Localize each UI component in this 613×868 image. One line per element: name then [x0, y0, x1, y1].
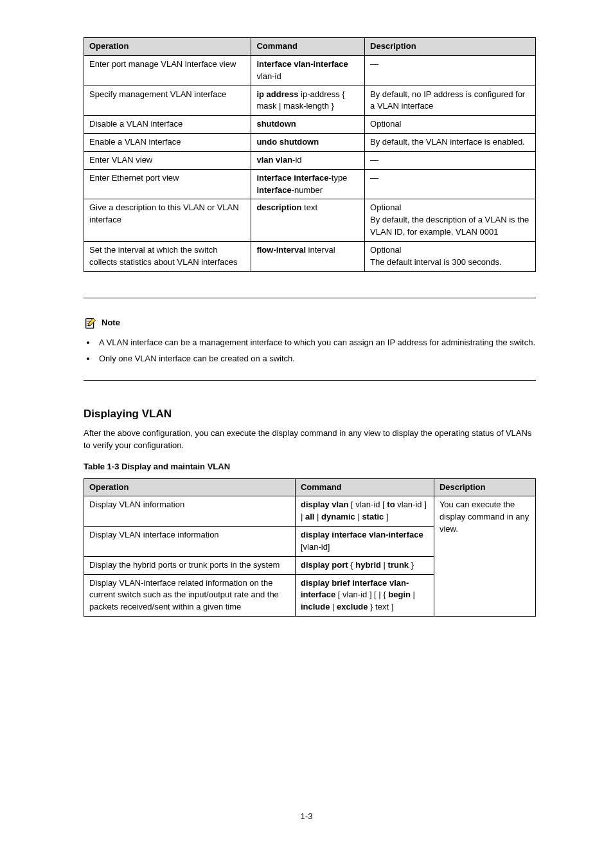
table-row: Enter Ethernet port viewinterface interf…	[84, 169, 536, 199]
cell-operation: Enter VLAN view	[84, 151, 251, 169]
cell-description: OptionalThe default interval is 300 seco…	[365, 241, 536, 271]
cell-operation: Set the interval at which the switch col…	[84, 241, 251, 271]
note-header: Note	[84, 316, 536, 330]
note-item: A VLAN interface can be a management int…	[96, 337, 536, 349]
section-paragraph: After the above configuration, you can e…	[84, 428, 536, 452]
cell-operation: Enter Ethernet port view	[84, 169, 251, 199]
table-row: Disable a VLAN interfaceshutdownOptional	[84, 116, 536, 134]
table1-head-operation: Operation	[84, 38, 251, 56]
table-row: Specify management VLAN interfaceip addr…	[84, 86, 536, 116]
table-row: Set the interval at which the switch col…	[84, 241, 536, 271]
cell-operation: Enter port manage VLAN interface view	[84, 55, 251, 86]
cell-description: Optional	[365, 116, 536, 134]
cell-description: By default, no IP address is configured …	[365, 86, 536, 116]
cell-operation: Display VLAN-interface related informati…	[84, 574, 296, 617]
cell-operation: Disable a VLAN interface	[84, 116, 251, 134]
cell-command: description text	[251, 199, 365, 242]
cell-command: display port { hybrid | trunk }	[295, 556, 434, 574]
cell-operation: Give a description to this VLAN or VLAN …	[84, 199, 251, 242]
note-item: Only one VLAN interface can be created o…	[96, 353, 536, 365]
table1-head-description: Description	[365, 38, 536, 56]
note-label: Note	[102, 317, 120, 329]
table-row: Display VLAN informationdisplay vlan [ v…	[84, 496, 536, 527]
cell-command: display brief interface vlan-interface […	[295, 574, 434, 617]
cell-description: —	[365, 169, 536, 199]
cell-command: shutdown	[251, 116, 365, 134]
table2-head-operation: Operation	[84, 478, 296, 496]
cell-command: interface vlan-interface vlan-id	[251, 55, 365, 86]
cell-description: —	[365, 151, 536, 169]
table2-caption: Table 1-3 Display and maintain VLAN	[84, 461, 536, 473]
note-icon	[84, 316, 98, 330]
cell-description: —	[365, 55, 536, 86]
cell-operation: Enable a VLAN interface	[84, 134, 251, 152]
table-row: Enter port manage VLAN interface viewint…	[84, 55, 536, 86]
cell-operation: Display VLAN information	[84, 496, 296, 527]
table-row: Enable a VLAN interfaceundo shutdownBy d…	[84, 134, 536, 152]
page: Operation Command Description Enter port…	[0, 0, 613, 868]
cell-command: ip address ip-address { mask | mask-leng…	[251, 86, 365, 116]
table1-head-command: Command	[251, 38, 365, 56]
note-list: A VLAN interface can be a management int…	[84, 337, 536, 365]
cell-description: You can execute the display command in a…	[434, 496, 535, 617]
cell-command: display interface vlan-interface [vlan-i…	[295, 527, 434, 557]
note-block: Note A VLAN interface can be a managemen…	[84, 298, 536, 381]
cell-operation: Display VLAN interface information	[84, 527, 296, 557]
table2-head-description: Description	[434, 478, 535, 496]
table2-head-command: Command	[295, 478, 434, 496]
table2-body: Display VLAN informationdisplay vlan [ v…	[84, 496, 536, 617]
cell-description: By default, the VLAN interface is enable…	[365, 134, 536, 152]
cell-operation: Display the hybrid ports or trunk ports …	[84, 556, 296, 574]
table-row: Enter VLAN viewvlan vlan-id—	[84, 151, 536, 169]
table1-body: Enter port manage VLAN interface viewint…	[84, 55, 536, 271]
cell-command: vlan vlan-id	[251, 151, 365, 169]
cell-operation: Specify management VLAN interface	[84, 86, 251, 116]
page-number: 1-3	[0, 811, 613, 823]
cell-command: flow-interval interval	[251, 241, 365, 271]
cell-command: undo shutdown	[251, 134, 365, 152]
section-heading: Displaying VLAN	[84, 406, 536, 422]
table-row: Give a description to this VLAN or VLAN …	[84, 199, 536, 242]
cell-description: OptionalBy default, the description of a…	[365, 199, 536, 242]
table-display-vlan: Operation Command Description Display VL…	[84, 478, 536, 617]
table-operations: Operation Command Description Enter port…	[84, 37, 536, 272]
cell-command: interface interface-type interface-numbe…	[251, 169, 365, 199]
cell-command: display vlan [ vlan-id [ to vlan-id ] | …	[295, 496, 434, 527]
